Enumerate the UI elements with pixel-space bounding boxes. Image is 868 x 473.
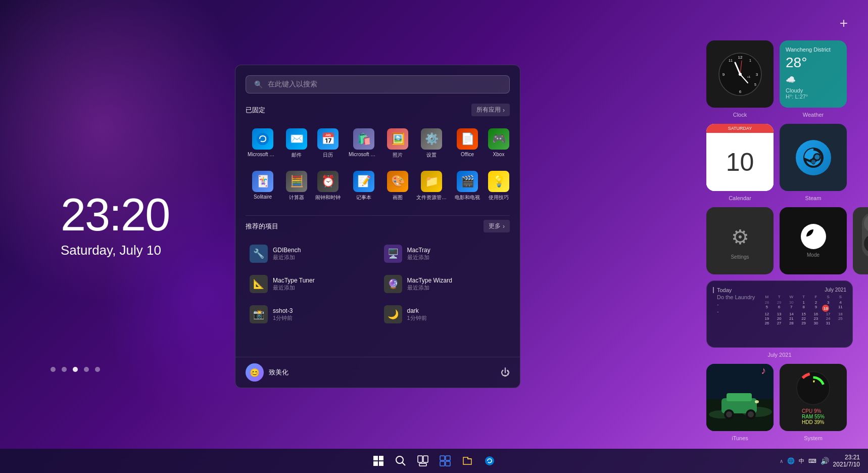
taskbar-files-button[interactable]	[457, 451, 477, 471]
settings-widget-inner-label: Settings	[731, 254, 749, 260]
taskbar-date: 2021/7/10	[833, 461, 860, 468]
rec-mactype-tuner[interactable]: 📐 MacType Tuner 最近添加	[246, 271, 376, 297]
system-gauge	[794, 370, 832, 406]
app-calendar[interactable]: 📅 日历	[313, 124, 343, 163]
clock-widget[interactable]: 12 3 6 9 1 5 11 +1	[706, 40, 774, 108]
gdibench-name: GDIBench	[273, 247, 301, 254]
app-notepad[interactable]: 📝 记事本	[347, 167, 381, 205]
cal-today-section: Today Do the Laundry - -	[713, 287, 755, 325]
widget-row-2: SATURDAY 10 Calendar S	[706, 124, 853, 201]
app-edge[interactable]: Microsoft Edge	[246, 124, 280, 163]
cal-empty-2: -	[713, 308, 755, 314]
search-bar[interactable]: 🔍 在此键入以搜索	[246, 75, 510, 93]
settings-widget[interactable]: ⚙ Settings	[706, 207, 774, 274]
office-icon: 📄	[457, 128, 478, 150]
app-store[interactable]: 🛍️ Microsoft Store	[347, 124, 381, 163]
calendar-small-widget[interactable]: SATURDAY 10	[706, 124, 774, 191]
app-movies[interactable]: 🎬 电影和电视	[453, 167, 482, 205]
app-mail[interactable]: ✉️ 邮件	[284, 124, 309, 163]
edge-label: Microsoft Edge	[248, 152, 278, 157]
app-settings[interactable]: ⚙️ 设置	[414, 124, 449, 163]
dot-1[interactable]	[51, 367, 56, 372]
switch-1[interactable]: 🔇	[862, 212, 869, 258]
mode-widget[interactable]: Mode	[780, 207, 847, 274]
user-name: 致美化	[269, 368, 288, 377]
movies-label: 电影和电视	[455, 194, 480, 201]
user-info[interactable]: 😊 致美化	[246, 363, 288, 382]
rec-mactray[interactable]: 🖥️ MacTray 最近添加	[380, 241, 510, 267]
dot-3[interactable]	[73, 367, 78, 372]
itunes-widget[interactable]: ♪	[706, 364, 774, 431]
pinned-label: 已固定	[246, 106, 265, 115]
system-stats: CPU 9% RAM 55% HDD 39%	[802, 408, 825, 425]
photos-icon: 🖼️	[387, 128, 408, 150]
add-widget-button[interactable]: +	[840, 15, 848, 31]
taskbar-ime-icon: 中	[799, 457, 804, 465]
cpu-stat: CPU 9%	[802, 408, 825, 414]
solitaire-label: Solitaire	[254, 194, 272, 200]
svg-point-27	[748, 411, 754, 417]
calendar-widget-label: Calendar	[729, 195, 751, 201]
taskbar-taskview-button[interactable]	[413, 451, 433, 471]
widget-row-5: ♪ iTunes CPU 9%	[706, 364, 853, 441]
sshot-name: sshot-3	[273, 307, 293, 314]
taskbar-widgets-button[interactable]	[435, 451, 455, 471]
taskbar-search-button[interactable]	[391, 451, 411, 471]
taskbar-volume-icon[interactable]: 🔊	[821, 457, 829, 465]
app-explorer[interactable]: 📁 文件资源管理器	[414, 167, 449, 205]
taskbar-edge-button[interactable]	[479, 451, 500, 471]
store-icon: 🛍️	[353, 128, 374, 150]
rec-sshot[interactable]: 📸 sshot-3 1分钟前	[246, 301, 376, 327]
steam-widget[interactable]	[780, 124, 847, 191]
clock-widget-label: Clock	[733, 112, 747, 118]
svg-rect-40	[418, 456, 422, 462]
widgets-panel: 12 3 6 9 1 5 11 +1 C	[706, 40, 853, 441]
itunes-widget-label: iTunes	[732, 435, 748, 441]
rec-gdibench[interactable]: 🔧 GDIBench 最近添加	[246, 241, 376, 267]
app-paint[interactable]: 🎨 画图	[385, 167, 410, 205]
dot-5[interactable]	[95, 367, 100, 372]
taskbar-network-icon: 🌐	[787, 457, 795, 464]
widget-row-3: ⚙ Settings Mode	[706, 207, 853, 274]
dot-2[interactable]	[62, 367, 67, 372]
switches-widget-container: 🔇 ☀️ Switches	[853, 207, 868, 274]
app-alarms[interactable]: ⏰ 闹钟和时钟	[313, 167, 343, 205]
cal-today-label: Today	[713, 287, 755, 293]
rec-dark[interactable]: 🌙 dark 1分钟前	[380, 301, 510, 327]
itunes-widget-container: ♪ iTunes	[706, 364, 774, 441]
paint-label: 画图	[393, 194, 403, 201]
user-bar: 😊 致美化 ⏻	[235, 357, 520, 388]
recommended-header: 推荐的项目 更多 ›	[246, 220, 510, 232]
svg-text:3: 3	[755, 72, 758, 77]
windows-button[interactable]	[368, 451, 389, 471]
system-widget[interactable]: CPU 9% RAM 55% HDD 39%	[780, 364, 847, 431]
app-calc[interactable]: 🧮 计算器	[284, 167, 309, 205]
app-xbox[interactable]: 🎮 Xbox	[486, 124, 511, 163]
all-apps-button[interactable]: 所有应用 ›	[471, 104, 510, 116]
app-photos[interactable]: 🖼️ 照片	[385, 124, 410, 163]
taskbar-chevron[interactable]: ∧	[780, 458, 783, 464]
app-tips[interactable]: 💡 使用技巧	[486, 167, 511, 205]
weather-widget[interactable]: Wancheng District 28° ☁️ Cloudy H°: L:27…	[780, 40, 847, 108]
svg-rect-46	[446, 461, 450, 466]
power-button[interactable]: ⏻	[501, 367, 510, 378]
rec-mactype-wizard[interactable]: 🔮 MacType Wizard 最近添加	[380, 271, 510, 297]
more-button[interactable]: 更多 ›	[484, 220, 510, 232]
itunes-album-art: ♪	[706, 364, 774, 431]
movies-icon: 🎬	[457, 171, 478, 192]
mactray-name: MacTray	[407, 247, 430, 254]
svg-text:9: 9	[722, 72, 725, 77]
mactype-tuner-time: 最近添加	[273, 284, 315, 292]
xbox-icon: 🎮	[488, 128, 509, 150]
cal-day-num: 10	[726, 150, 754, 175]
widget-row-1: 12 3 6 9 1 5 11 +1 C	[706, 40, 853, 118]
switch-1-icon: 🔇	[864, 214, 869, 232]
calc-icon: 🧮	[286, 171, 307, 192]
app-office[interactable]: 📄 Office	[453, 124, 482, 163]
switches-widget[interactable]: 🔇 ☀️ Switches	[853, 207, 868, 274]
dot-4[interactable]	[84, 367, 89, 372]
app-solitaire[interactable]: 🃏 Solitaire	[246, 167, 280, 205]
notepad-icon: 📝	[353, 171, 374, 192]
cal-day-name: SATURDAY	[706, 126, 774, 131]
calendar-large-widget[interactable]: Today Do the Laundry - - July 2021 M T W…	[706, 280, 853, 348]
